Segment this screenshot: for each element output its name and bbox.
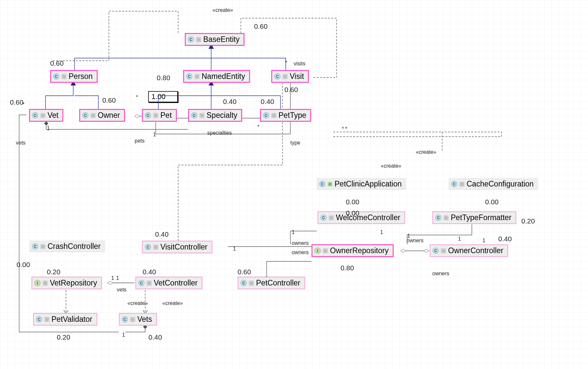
class-label: Person [69, 72, 93, 81]
class-node-cacheConfig[interactable]: CCacheConfiguration [449, 178, 538, 190]
score-label: 0.40 [223, 98, 237, 106]
class-node-petValidator[interactable]: CPetValidator [33, 313, 97, 326]
edge-label: «create» [212, 7, 233, 13]
multiplicity-label: 1 [153, 132, 156, 138]
score-input[interactable] [148, 91, 178, 102]
edge-label: owners [292, 250, 309, 255]
class-node-crashCtrl[interactable]: CCrashController [30, 241, 105, 252]
multiplicity-label: * [22, 102, 24, 108]
multiplicity-label: * [342, 126, 344, 132]
class-icon: C [32, 243, 38, 250]
class-label: CrashController [48, 242, 101, 251]
svg-marker-6 [401, 249, 406, 252]
modifier-icon [147, 281, 152, 286]
score-label: 0.40 [155, 230, 169, 238]
class-node-owner[interactable]: COwner [79, 109, 125, 122]
class-label: PetClinicApplication [335, 180, 402, 188]
class-node-vetCtrl[interactable]: CVetController [135, 277, 203, 289]
class-icon: C [53, 73, 59, 80]
class-icon: C [433, 248, 439, 254]
class-node-specialty[interactable]: CSpecialty [188, 109, 242, 122]
interface-icon: I [314, 248, 321, 254]
class-node-petTypeFmt[interactable]: CPetTypeFormatter [432, 211, 516, 224]
edge-label: owners [432, 271, 449, 277]
modifier-icon [199, 113, 205, 118]
multiplicity-label: 1 [482, 238, 485, 244]
score-label: 0.20 [57, 333, 70, 341]
class-icon: C [188, 36, 194, 43]
class-node-petCtrl[interactable]: CPetController [238, 277, 305, 289]
class-node-person[interactable]: CPerson [50, 70, 98, 83]
class-icon: C [145, 244, 151, 250]
class-icon: C [36, 316, 42, 322]
class-node-welcomeCtrl[interactable]: CWelcomeController [317, 211, 405, 224]
modifier-icon [443, 215, 449, 220]
class-label: Vets [137, 315, 152, 324]
class-icon: C [274, 73, 280, 80]
class-label: PetController [256, 279, 300, 287]
class-icon: C [451, 181, 457, 187]
class-node-ownerRepo[interactable]: IOwnerRepository [311, 244, 394, 257]
class-node-petClinicApp[interactable]: CPetClinicApplication [317, 178, 406, 190]
edge-label: specialties [207, 130, 232, 136]
modifier-icon [282, 74, 288, 79]
class-node-visit[interactable]: CVisit [271, 70, 309, 83]
modifier-icon [130, 317, 135, 322]
class-node-ownerCtrl[interactable]: COwnerController [430, 244, 508, 257]
edge-label: visits [294, 61, 306, 67]
edge-label: vets [16, 140, 25, 146]
score-label: 0.20 [521, 217, 535, 225]
modifier-icon [249, 281, 254, 286]
svg-marker-5 [424, 249, 429, 252]
class-label: VisitController [160, 243, 208, 252]
edge-label: «create» [416, 149, 436, 155]
class-label: NamedEntity [202, 72, 245, 81]
multiplicity-label: 1 [116, 275, 119, 281]
class-icon: C [319, 181, 325, 187]
class-node-vetRepo[interactable]: IVetRepository [31, 277, 102, 289]
class-node-namedEntity[interactable]: CNamedEntity [183, 70, 250, 83]
multiplicity-label: * [345, 126, 347, 132]
class-label: OwnerRepository [330, 246, 389, 255]
modifier-icon [329, 215, 334, 220]
modifier-icon [40, 113, 46, 118]
modifier-icon [271, 113, 277, 118]
class-icon: C [122, 316, 128, 322]
edge-label: vets [117, 287, 126, 293]
score-label: 0.60 [238, 268, 251, 276]
class-label: BaseEntity [203, 35, 240, 44]
class-icon: C [191, 112, 197, 118]
score-label: 0.00 [485, 198, 499, 206]
class-node-vets[interactable]: CVets [119, 313, 157, 326]
class-node-visitCtrl[interactable]: CVisitController [142, 241, 212, 253]
score-label: 0.00 [346, 198, 359, 206]
edge-label: owners [292, 240, 309, 246]
svg-marker-3 [135, 115, 140, 118]
edge-label: pets [135, 138, 145, 144]
score-label: 0.40 [261, 98, 274, 106]
multiplicity-label: 1 [407, 233, 410, 239]
svg-marker-4 [44, 121, 48, 125]
multiplicity-label: * [257, 124, 259, 130]
modifier-icon [194, 74, 200, 79]
modifier-icon [61, 74, 67, 79]
edge-label: type [290, 140, 300, 146]
class-label: PetValidator [51, 315, 92, 324]
multiplicity-label: 1 [233, 246, 236, 252]
class-node-pet[interactable]: CPet [142, 109, 177, 122]
modifier-icon [153, 245, 158, 250]
modifier-icon [153, 113, 158, 118]
uml-diagram[interactable]: Vets create --> CBaseEntity0.60CPerson0.… [0, 0, 588, 369]
multiplicity-label: * [285, 60, 287, 66]
score-label: 0.40 [148, 333, 162, 341]
multiplicity-label: * [136, 94, 138, 100]
multiplicity-label: 1 [380, 229, 383, 235]
class-node-petType[interactable]: CPetType [260, 109, 311, 122]
score-label: 0.60 [10, 98, 23, 106]
edge-label: «create» [162, 300, 183, 306]
class-label: Vet [48, 111, 58, 120]
class-node-vet[interactable]: CVet [29, 109, 63, 122]
class-node-baseEntity[interactable]: CBaseEntity [185, 33, 245, 46]
multiplicity-label: 1 [458, 236, 461, 242]
class-icon: C [186, 73, 192, 80]
